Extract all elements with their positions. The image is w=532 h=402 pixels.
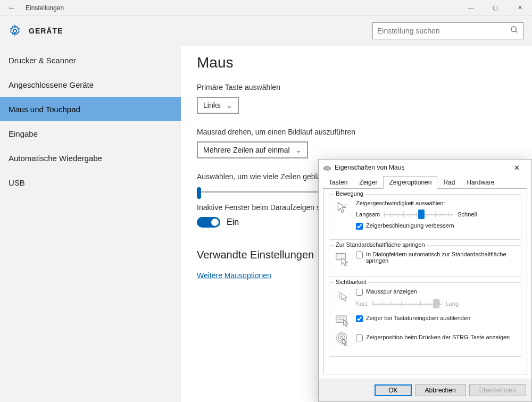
hide-typing-label: Zeiger bei Tastatureingaben ausblenden bbox=[366, 315, 470, 321]
additional-mouse-options-link[interactable]: Weitere Mausoptionen bbox=[197, 271, 271, 280]
snap-group: Zur Standardschaltfläche springen In Dia… bbox=[329, 245, 521, 277]
toggle-state-text: Ein bbox=[227, 217, 239, 227]
scroll-mode-label: Mausrad drehen, um einen Bildlauf auszuf… bbox=[197, 128, 516, 136]
ok-button[interactable]: OK bbox=[375, 384, 411, 396]
snap-to-row[interactable]: In Dialogfeldern automatisch zur Standar… bbox=[356, 251, 516, 264]
primary-button-label: Primäre Taste auswählen bbox=[197, 83, 516, 91]
close-button[interactable]: ✕ bbox=[508, 0, 532, 16]
sidebar: Drucker & Scanner Angeschlossene Geräte … bbox=[0, 46, 181, 402]
page-title: GERÄTE bbox=[29, 27, 372, 35]
search-box[interactable] bbox=[372, 22, 523, 39]
trails-slider-thumb bbox=[433, 299, 439, 308]
svg-point-0 bbox=[13, 29, 16, 32]
snap-to-icon bbox=[335, 251, 351, 267]
minimize-button[interactable]: — bbox=[459, 0, 483, 16]
dialog-title: Eigenschaften von Maus bbox=[335, 164, 404, 171]
lines-slider[interactable] bbox=[197, 191, 335, 192]
svg-line-2 bbox=[516, 31, 517, 32]
ctrl-locate-label: Zeigerposition beim Drücken der STRG-Tas… bbox=[366, 334, 510, 340]
sidebar-item-usb[interactable]: USB bbox=[0, 170, 181, 195]
sidebar-item-connected-devices[interactable]: Angeschlossene Geräte bbox=[0, 72, 181, 97]
sidebar-item-mouse-touchpad[interactable]: Maus und Touchpad bbox=[0, 97, 181, 121]
svg-point-1 bbox=[511, 27, 516, 31]
tab-pointers[interactable]: Zeiger bbox=[353, 176, 383, 189]
enhance-precision-checkbox[interactable] bbox=[356, 223, 363, 230]
trails-long-label: Lang bbox=[446, 300, 459, 307]
dialog-tabs: Tasten Zeiger Zeigeroptionen Rad Hardwar… bbox=[319, 175, 531, 188]
mouse-properties-dialog: Eigenschaften von Maus ✕ Tasten Zeiger Z… bbox=[318, 159, 532, 402]
ctrl-locate-row[interactable]: Zeigerposition beim Drücken der STRG-Tas… bbox=[356, 334, 516, 341]
window-title: Einstellungen bbox=[23, 4, 459, 12]
pointer-trails-icon bbox=[335, 288, 351, 304]
trails-label: Mausspur anzeigen bbox=[366, 288, 417, 295]
enhance-precision-row[interactable]: Zeigerbeschleunigung verbessern bbox=[356, 222, 516, 230]
search-icon bbox=[510, 26, 519, 36]
speed-slow-label: Langsam bbox=[356, 211, 380, 217]
motion-group: Bewegung Zeigergeschwindigkeit auswählen… bbox=[329, 194, 521, 240]
tab-pointer-options[interactable]: Zeigeroptionen bbox=[383, 176, 437, 189]
chevron-down-icon: ⌄ bbox=[226, 101, 232, 110]
apply-button[interactable]: Übernehmen bbox=[469, 384, 526, 396]
trails-short-label: Kurz bbox=[356, 300, 368, 307]
hide-typing-row[interactable]: Zeiger bei Tastatureingaben ausblenden bbox=[356, 315, 516, 322]
speed-fast-label: Schnell bbox=[458, 211, 477, 217]
tab-wheel[interactable]: Rad bbox=[437, 176, 461, 189]
search-input[interactable] bbox=[377, 27, 510, 35]
back-button[interactable]: ← bbox=[0, 3, 23, 13]
dialog-close-button[interactable]: ✕ bbox=[506, 164, 527, 172]
primary-button-select[interactable]: Links ⌄ bbox=[197, 97, 239, 114]
toggle-knob bbox=[211, 219, 219, 226]
primary-button-value: Links bbox=[203, 101, 221, 110]
chevron-down-icon: ⌄ bbox=[295, 146, 302, 154]
motion-legend: Bewegung bbox=[334, 190, 365, 197]
sidebar-item-autoplay[interactable]: Automatische Wiedergabe bbox=[0, 146, 181, 170]
svg-rect-4 bbox=[336, 254, 346, 260]
tab-buttons[interactable]: Tasten bbox=[323, 176, 353, 189]
slider-thumb[interactable] bbox=[197, 187, 201, 199]
maximize-button[interactable]: ▢ bbox=[483, 0, 508, 16]
snap-legend: Zur Standardschaltfläche springen bbox=[334, 241, 427, 248]
inactive-scroll-toggle[interactable] bbox=[197, 217, 220, 228]
trails-checkbox[interactable] bbox=[356, 289, 363, 296]
trails-slider bbox=[372, 299, 442, 308]
pointer-speed-icon bbox=[335, 200, 351, 216]
visibility-group: Sichtbarkeit Mausspur anzeigen Kurz bbox=[329, 282, 521, 357]
snap-to-checkbox[interactable] bbox=[356, 252, 363, 258]
tab-hardware[interactable]: Hardware bbox=[461, 176, 500, 189]
content-heading: Maus bbox=[197, 54, 516, 71]
mouse-icon bbox=[323, 165, 331, 170]
ctrl-locate-icon bbox=[335, 331, 351, 347]
scroll-mode-select[interactable]: Mehrere Zeilen auf einmal ⌄ bbox=[197, 141, 308, 158]
speed-slider-thumb[interactable] bbox=[418, 210, 425, 219]
sidebar-item-printers[interactable]: Drucker & Scanner bbox=[0, 48, 181, 72]
tab-panel: Bewegung Zeigergeschwindigkeit auswählen… bbox=[323, 188, 527, 374]
pointer-speed-slider[interactable] bbox=[384, 210, 453, 219]
gear-icon bbox=[9, 24, 21, 37]
visibility-legend: Sichtbarkeit bbox=[334, 279, 368, 285]
hide-typing-icon bbox=[335, 312, 351, 328]
hide-typing-checkbox[interactable] bbox=[356, 315, 363, 322]
scroll-mode-value: Mehrere Zeilen auf einmal bbox=[203, 146, 290, 154]
ctrl-locate-checkbox[interactable] bbox=[356, 334, 363, 341]
trails-row[interactable]: Mausspur anzeigen bbox=[356, 288, 516, 296]
pointer-speed-label: Zeigergeschwindigkeit auswählen: bbox=[356, 200, 516, 206]
snap-to-label: In Dialogfeldern automatisch zur Standar… bbox=[366, 251, 516, 264]
sidebar-item-typing[interactable]: Eingabe bbox=[0, 121, 181, 146]
enhance-precision-label: Zeigerbeschleunigung verbessern bbox=[366, 222, 454, 229]
svg-point-3 bbox=[323, 166, 330, 170]
cancel-button[interactable]: Abbrechen bbox=[415, 384, 466, 396]
